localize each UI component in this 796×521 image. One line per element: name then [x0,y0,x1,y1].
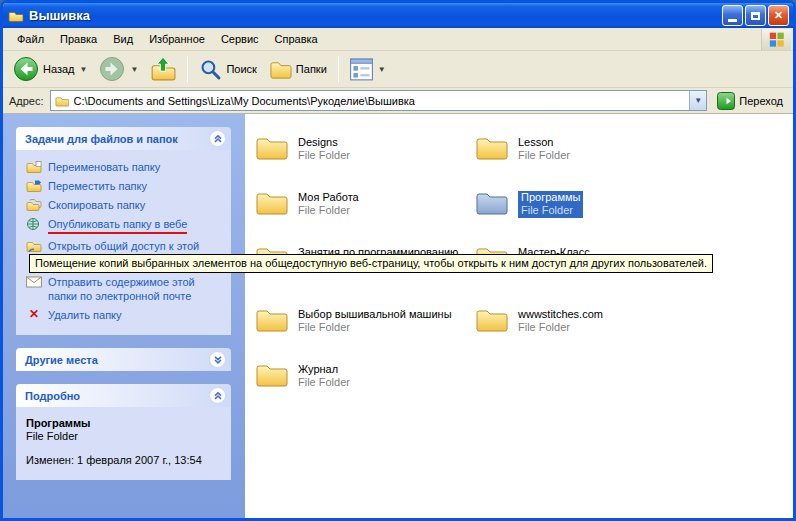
views-dropdown-icon: ▼ [378,65,386,74]
folder-icon [475,133,509,161]
go-button[interactable]: Переход [713,90,787,112]
maximize-button[interactable] [745,5,766,26]
toolbar: Назад ▼ ▼ Поиск Папки [3,51,793,88]
menu-view[interactable]: Вид [105,30,141,48]
other-places-title: Другие места [25,354,98,366]
expand-chevron-icon[interactable] [209,351,226,368]
menu-bar: Файл Правка Вид Избранное Сервис Справка [3,28,793,51]
go-label: Переход [739,95,783,107]
address-dropdown-icon[interactable]: ▼ [689,91,706,110]
minimize-button[interactable] [722,5,743,26]
section-other-places: Другие места [16,348,231,371]
share-folder-icon [26,239,42,253]
task-delete-folder[interactable]: ✕ Удалить папку [26,308,225,322]
forward-dropdown-icon: ▼ [130,65,138,74]
views-button[interactable]: ▼ [344,54,392,85]
folders-label: Папки [296,63,327,75]
address-combo[interactable]: ▼ [50,90,708,111]
selected-folder-icon [475,188,509,216]
folders-button[interactable]: Папки [263,54,333,85]
details-title: Подробно [25,390,80,402]
windows-flag-icon [761,29,791,50]
folder-icon [255,305,289,333]
search-icon [199,58,222,81]
folder-icon [475,305,509,333]
folder-content: DesignsFile Folder LessonFile Folder Моя… [245,114,793,518]
folder-tile-lesson[interactable]: LessonFile Folder [475,133,690,162]
move-folder-icon [26,179,42,193]
details-folder-type: File Folder [26,430,225,442]
task-copy-folder[interactable]: Скопировать папку [26,198,225,212]
folders-icon [269,58,292,81]
details-folder-name: Программы [26,417,225,429]
menu-help[interactable]: Справка [267,30,326,48]
details-header[interactable]: Подробно [16,384,231,407]
address-folder-icon [55,95,70,107]
search-button[interactable]: Поиск [193,54,262,85]
toolbar-separator [187,56,188,82]
window-title: Вышивка [29,8,720,23]
tasks-section-title: Задачи для файлов и папок [25,133,178,145]
address-input[interactable] [74,92,686,109]
tasks-section-body: Переименовать папку Переместить папку Ск… [16,150,231,335]
details-body: Программы File Folder Изменен: 1 февраля… [16,407,231,480]
titlebar: Вышивка ✕ [3,3,793,28]
folder-icon [255,133,289,161]
task-move-folder[interactable]: Переместить папку [26,179,225,193]
folder-tile-designs[interactable]: DesignsFile Folder [255,133,470,162]
task-share-folder[interactable]: Открыть общий доступ к этой [26,239,225,253]
close-button[interactable]: ✕ [768,5,789,26]
folder-tile-wwwstitches[interactable]: wwwstitches.comFile Folder [475,305,690,334]
back-label: Назад [43,63,75,75]
up-folder-icon [150,56,176,82]
folder-icon [255,188,289,216]
explorer-window: Вышивка ✕ Файл Правка Вид Избранное Серв… [0,0,796,521]
up-button[interactable] [144,52,182,86]
menu-file[interactable]: Файл [9,30,52,48]
task-publish-folder-web[interactable]: Опубликовать папку в вебе [26,217,225,234]
back-button[interactable]: Назад ▼ [7,52,93,86]
views-icon [350,58,373,81]
folder-tile-programmy-selected[interactable]: ПрограммыFile Folder [475,188,690,218]
forward-button[interactable]: ▼ [93,52,144,86]
copy-folder-icon [26,198,42,212]
window-folder-icon [8,9,24,23]
menu-edit[interactable]: Правка [52,30,105,48]
folder-icon [255,360,289,388]
collapse-chevron-icon[interactable] [209,130,226,147]
folder-tile-zhurnal[interactable]: ЖурналFile Folder [255,360,470,389]
folder-tile-vybor-mashiny[interactable]: Выбор вышивальной машиныFile Folder [255,305,470,334]
details-modified: Изменен: 1 февраля 2007 г., 13:54 [26,454,225,466]
publish-globe-icon [26,217,42,231]
menu-tools[interactable]: Сервис [213,30,267,48]
menu-favorites[interactable]: Избранное [141,30,213,48]
folder-tile-moya-rabota[interactable]: Моя РаботаFile Folder [255,188,470,217]
minimize-icon [728,19,737,22]
section-file-folder-tasks: Задачи для файлов и папок Переименовать … [16,127,231,335]
main-area: Задачи для файлов и папок Переименовать … [3,114,793,518]
forward-icon [99,56,125,82]
other-places-header[interactable]: Другие места [16,348,231,371]
task-rename-folder[interactable]: Переименовать папку [26,160,225,174]
address-label: Адрес: [9,95,44,107]
maximize-icon [751,12,760,20]
rename-folder-icon [26,160,42,174]
go-icon [717,92,735,110]
section-details: Подробно Программы File Folder Изменен: … [16,384,231,480]
task-pane: Задачи для файлов и папок Переименовать … [3,114,245,518]
toolbar-separator [338,56,339,82]
close-icon: ✕ [774,10,783,21]
collapse-chevron-icon[interactable] [209,387,226,404]
tooltip: Помещение копий выбранных элементов на о… [29,254,713,273]
address-bar: Адрес: ▼ Переход [3,88,793,114]
back-icon [13,56,39,82]
email-envelope-icon [26,275,42,289]
tasks-section-header[interactable]: Задачи для файлов и папок [16,127,231,150]
task-email-folder[interactable]: Отправить содержимое этой папки по элект… [26,275,225,303]
search-label: Поиск [226,63,256,75]
back-dropdown-icon: ▼ [80,65,88,74]
delete-cross-icon: ✕ [26,308,42,321]
